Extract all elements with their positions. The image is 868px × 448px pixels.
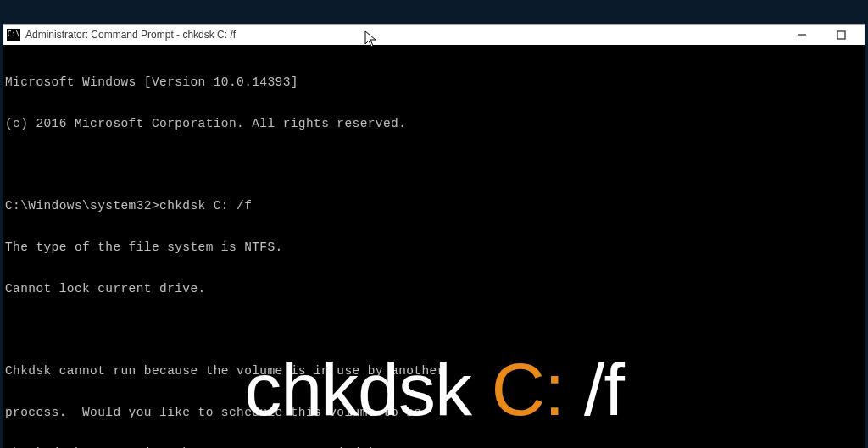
terminal-line <box>5 158 863 172</box>
overlay-text-part1: chkdsk <box>244 347 491 431</box>
terminal-line: (c) 2016 Microsoft Corporation. All righ… <box>5 117 863 130</box>
window-title: Administrator: Command Prompt - chkdsk C… <box>25 29 790 41</box>
maximize-icon <box>837 30 846 40</box>
terminal-line: Microsoft Windows [Version 10.0.14393] <box>5 75 863 89</box>
terminal-line: Cannot lock current drive. <box>5 282 863 296</box>
minimize-button[interactable] <box>790 26 814 43</box>
terminal-line <box>5 323 863 336</box>
terminal-line: The type of the file system is NTFS. <box>5 241 863 254</box>
svg-rect-1 <box>837 31 845 39</box>
window-controls <box>790 26 853 43</box>
maximize-button[interactable] <box>829 26 853 43</box>
command-prompt-window: C:\ Administrator: Command Prompt - chkd… <box>3 24 865 448</box>
overlay-text-part3: /f <box>564 347 623 431</box>
window-titlebar[interactable]: C:\ Administrator: Command Prompt - chkd… <box>3 25 865 45</box>
terminal-line: C:\Windows\system32>chkdsk C: /f <box>5 199 863 213</box>
cmd-app-icon: C:\ <box>7 29 20 41</box>
minimize-icon <box>797 30 807 40</box>
overlay-text-accent: C: <box>491 347 564 431</box>
command-overlay-caption: chkdsk C: /f <box>3 346 865 433</box>
